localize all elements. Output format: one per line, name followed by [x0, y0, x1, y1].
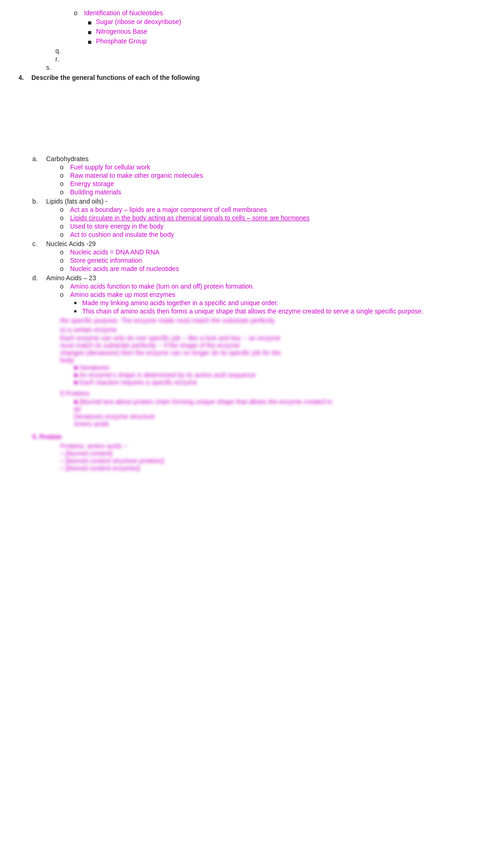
o-identification: o Identification of Nucleotides	[74, 9, 472, 17]
bullet-item-2: ■ Nitrogenous Base	[88, 28, 472, 36]
bullet-item-1: ■ Sugar (ribose or deoxyribose)	[88, 18, 472, 26]
section-b-item-3-text: Used to store energy in the body	[70, 223, 163, 230]
blurred-f-section: f) Proteins ■ [blurred text about protei…	[60, 390, 472, 428]
bullet-d-sub1-icon: ■	[74, 300, 78, 307]
section-b-item-1-text: Act as a boundary – lipids are a major c…	[70, 206, 267, 213]
o-label-a3: o	[60, 180, 66, 187]
section-c-item-2: o Store genetic information	[60, 257, 472, 264]
section-b-item-3: o Used to store energy in the body	[60, 223, 472, 230]
main-content: a. Carbohydrates o Fuel supply for cellu…	[32, 155, 472, 472]
bullet-2-text: Nitrogenous Base	[96, 28, 147, 36]
blurred-e-line2: must match its substrate perfectly -- if…	[60, 342, 472, 349]
o-label-b3: o	[60, 223, 66, 230]
o-label-c1: o	[60, 248, 66, 256]
o-label: o	[74, 9, 80, 17]
blurred-e-line1: Each enzyme can only do one specific job…	[60, 334, 472, 342]
bullet-d-sub2-icon: ■	[74, 308, 78, 315]
blurred-content-block: the specific purpose. The enzyme made mu…	[60, 317, 472, 428]
section-5-blurred: 5. Protein Proteins: amino acids ~ ○ [bl…	[32, 433, 472, 472]
section-5-label: 5. Protein	[32, 433, 472, 440]
s-line: s.	[46, 64, 472, 71]
section-d-item-1: o Amino acids function to make (turn on …	[60, 283, 472, 290]
blurred-e-line4: body.	[60, 356, 472, 364]
section-c-title: Nucleic Acids -29	[46, 240, 96, 247]
section-b-item-2: o Lipids circulate in the body acting as…	[60, 214, 472, 222]
q-label: q.	[55, 47, 61, 54]
section-b-item-4: o Act to cushion and insulate the body	[60, 231, 472, 238]
section-d-title: Amino Acids – 23	[46, 274, 96, 282]
o-label-c2: o	[60, 257, 66, 264]
section-d-label: d.	[32, 274, 42, 282]
section-d-sub-1: ■ Made my linking amino acids together i…	[74, 299, 472, 307]
section-d-item-2-text: Amino acids make up most enzymes	[70, 291, 175, 298]
section-5-line1: Proteins: amino acids ~	[60, 442, 472, 450]
section-b: b. Lipids (fats and oils) - o Act as a b…	[32, 198, 472, 238]
section-d-sub-2-text: This chain of amino acids then forms a u…	[82, 307, 423, 315]
section-c-label: c.	[32, 240, 42, 247]
section-a-item-4: o Building materials	[60, 188, 472, 196]
section-b-items: o Act as a boundary – lipids are a major…	[60, 206, 472, 238]
section-b-item-4-text: Act to cushion and insulate the body	[70, 231, 174, 238]
o-label-d2: o	[60, 291, 66, 298]
bullet-2-icon: ■	[88, 29, 92, 36]
section-a-item-1: o Fuel supply for cellular work	[60, 163, 472, 171]
section-b-item-2-text: Lipids circulate in the body acting as c…	[70, 214, 310, 222]
blurred-sub-3: ■ Each reaction requires a specific enzy…	[74, 379, 472, 386]
q-line: q.	[55, 47, 472, 54]
section-c-item-3-text: Nucleic acids are made of nucleotides	[70, 265, 179, 272]
section-d-item-2: o Amino acids make up most enzymes	[60, 291, 472, 298]
section-d-items: o Amino acids function to make (turn on …	[60, 283, 472, 315]
section-d-sub-1-text: Made my linking amino acids together in …	[82, 299, 278, 307]
question-4-text: Describe the general functions of each o…	[31, 74, 200, 81]
section-c: c. Nucleic Acids -29 o Nucleic acids = D…	[32, 240, 472, 272]
blurred-f-line2: do	[74, 405, 472, 413]
o-label-a1: o	[60, 163, 66, 171]
section-c-item-1-text: Nucleic acids = DNA AND RNA	[70, 248, 159, 256]
o-label-d1: o	[60, 283, 66, 290]
r-line: r.	[55, 55, 472, 63]
section-d-item-1-text: Amino acids function to make (turn on an…	[70, 283, 254, 290]
section-a-header: a. Carbohydrates	[32, 155, 472, 163]
blurred-f-line3: Denatures enzyme structure	[74, 413, 472, 420]
o-label-a2: o	[60, 172, 66, 179]
blurred-sub-1: ■ Denatures	[74, 364, 472, 371]
o-label-a4: o	[60, 188, 66, 196]
bullet-3-text: Phosphate Group	[96, 37, 147, 46]
section-a-label: a.	[32, 155, 42, 163]
o-label-c3: o	[60, 265, 66, 272]
section-5-line3: ○ [blurred content structure proteins]	[60, 457, 472, 464]
section-a-item-3: o Energy storage	[60, 180, 472, 187]
section-d-subitems: ■ Made my linking amino acids together i…	[74, 299, 472, 315]
section-a-item-1-text: Fuel supply for cellular work	[70, 163, 150, 171]
top-section: o Identification of Nucleotides ■ Sugar …	[74, 9, 472, 46]
blurred-f-line1: ■ [blurred text about protein chain form…	[74, 398, 472, 405]
blurred-e-section: e) a certain enzyme Each enzyme can only…	[60, 326, 472, 386]
question-4: 4. Describe the general functions of eac…	[18, 74, 472, 81]
bullet-3-icon: ■	[88, 38, 92, 46]
o-label-b2: o	[60, 214, 66, 222]
bullet-1-icon: ■	[88, 19, 92, 26]
o-label-b4: o	[60, 231, 66, 238]
o-label-b1: o	[60, 206, 66, 213]
section-b-header: b. Lipids (fats and oils) -	[32, 198, 472, 205]
section-5-items: Proteins: amino acids ~ ○ [blurred conte…	[60, 442, 472, 472]
section-b-title: Lipids (fats and oils) -	[46, 198, 108, 205]
blurred-sub-items: ■ Denatures ■ An enzyme's shape is deter…	[74, 364, 472, 386]
section-b-item-1: o Act as a boundary – lipids are a major…	[60, 206, 472, 213]
section-a-item-4-text: Building materials	[70, 188, 121, 196]
section-a-items: o Fuel supply for cellular work o Raw ma…	[60, 163, 472, 196]
section-a-item-2-text: Raw material to make other organic molec…	[70, 172, 203, 179]
blurred-line-1: the specific purpose. The enzyme made mu…	[60, 317, 472, 324]
blurred-e-label: e) a certain enzyme	[60, 326, 472, 333]
blurred-sub-2: ■ An enzyme's shape is determined by its…	[74, 371, 472, 379]
section-d-header: d. Amino Acids – 23	[32, 274, 472, 282]
section-d: d. Amino Acids – 23 o Amino acids functi…	[32, 274, 472, 315]
blurred-f-line4: Amino acids	[74, 420, 472, 428]
section-a-title: Carbohydrates	[46, 155, 89, 163]
section-d-sub-2: ■ This chain of amino acids then forms a…	[74, 307, 472, 315]
section-a: a. Carbohydrates o Fuel supply for cellu…	[32, 155, 472, 196]
question-4-number: 4.	[18, 74, 28, 81]
section-c-item-1: o Nucleic acids = DNA AND RNA	[60, 248, 472, 256]
section-c-header: c. Nucleic Acids -29	[32, 240, 472, 247]
r-label: r.	[55, 55, 59, 63]
